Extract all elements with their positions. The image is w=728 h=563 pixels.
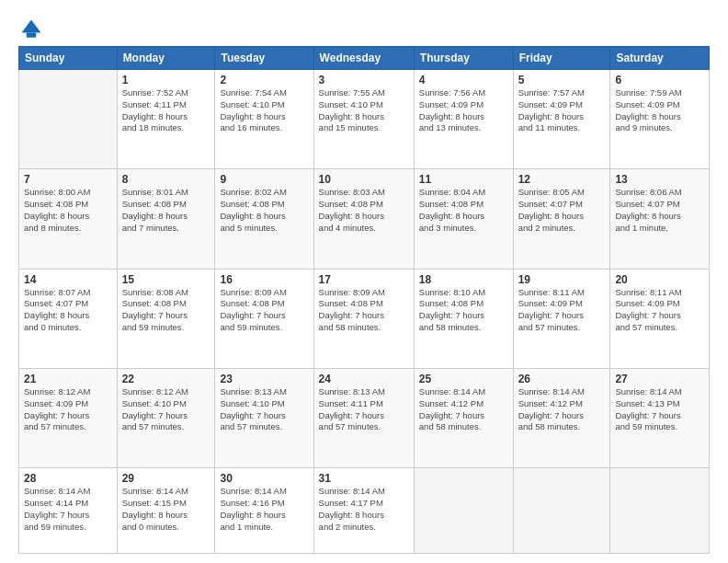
page: SundayMondayTuesdayWednesdayThursdayFrid… [0,0,728,563]
day-info: Sunrise: 8:14 AMSunset: 4:12 PMDaylight:… [419,386,508,433]
calendar-cell: 26Sunrise: 8:14 AMSunset: 4:12 PMDayligh… [513,368,610,467]
logo [18,17,48,42]
day-info: Sunrise: 7:56 AMSunset: 4:09 PMDaylight:… [419,87,508,134]
calendar-cell: 23Sunrise: 8:13 AMSunset: 4:10 PMDayligh… [215,368,313,467]
svg-rect-1 [27,33,37,38]
calendar-cell [414,468,513,554]
calendar-cell [19,70,118,169]
day-number: 23 [220,373,308,385]
day-info: Sunrise: 8:13 AMSunset: 4:11 PMDaylight:… [319,386,409,433]
week-row-3: 14Sunrise: 8:07 AMSunset: 4:07 PMDayligh… [19,269,710,368]
day-info: Sunrise: 8:05 AMSunset: 4:07 PMDaylight:… [518,187,606,234]
calendar-cell: 22Sunrise: 8:12 AMSunset: 4:10 PMDayligh… [117,368,215,467]
header [18,17,710,42]
day-info: Sunrise: 7:57 AMSunset: 4:09 PMDaylight:… [518,87,606,134]
svg-marker-0 [22,20,41,33]
week-row-4: 21Sunrise: 8:12 AMSunset: 4:09 PMDayligh… [19,368,710,467]
calendar-cell: 2Sunrise: 7:54 AMSunset: 4:10 PMDaylight… [215,70,313,169]
calendar-cell: 5Sunrise: 7:57 AMSunset: 4:09 PMDaylight… [513,70,610,169]
day-info: Sunrise: 8:08 AMSunset: 4:08 PMDaylight:… [122,287,210,334]
day-number: 20 [615,273,704,286]
day-info: Sunrise: 8:00 AMSunset: 4:08 PMDaylight:… [24,187,112,234]
day-number: 8 [122,173,210,186]
calendar-cell: 11Sunrise: 8:04 AMSunset: 4:08 PMDayligh… [414,169,513,269]
day-number: 11 [419,173,508,186]
logo-icon [18,17,44,42]
week-row-2: 7Sunrise: 8:00 AMSunset: 4:08 PMDaylight… [19,169,710,269]
day-info: Sunrise: 8:14 AMSunset: 4:15 PMDaylight:… [122,486,210,533]
day-number: 4 [419,74,508,86]
calendar-cell: 6Sunrise: 7:59 AMSunset: 4:09 PMDaylight… [610,70,710,169]
day-info: Sunrise: 8:10 AMSunset: 4:08 PMDaylight:… [419,287,508,334]
calendar-cell: 4Sunrise: 7:56 AMSunset: 4:09 PMDaylight… [414,70,513,169]
day-info: Sunrise: 8:11 AMSunset: 4:09 PMDaylight:… [518,287,606,334]
day-info: Sunrise: 8:14 AMSunset: 4:12 PMDaylight:… [518,386,606,433]
calendar-cell: 15Sunrise: 8:08 AMSunset: 4:08 PMDayligh… [117,269,215,368]
day-info: Sunrise: 8:14 AMSunset: 4:17 PMDaylight:… [319,486,409,533]
day-info: Sunrise: 8:01 AMSunset: 4:08 PMDaylight:… [122,187,210,234]
day-info: Sunrise: 7:55 AMSunset: 4:10 PMDaylight:… [319,87,409,134]
day-number: 7 [24,173,112,186]
day-info: Sunrise: 8:09 AMSunset: 4:08 PMDaylight:… [319,287,409,334]
weekday-header-saturday: Saturday [610,47,710,70]
day-info: Sunrise: 7:59 AMSunset: 4:09 PMDaylight:… [615,87,704,134]
day-info: Sunrise: 8:12 AMSunset: 4:10 PMDaylight:… [122,386,210,433]
day-info: Sunrise: 8:04 AMSunset: 4:08 PMDaylight:… [419,187,508,234]
day-number: 13 [615,173,704,186]
weekday-header-thursday: Thursday [414,47,513,70]
day-info: Sunrise: 7:54 AMSunset: 4:10 PMDaylight:… [220,87,308,134]
day-number: 21 [24,373,112,385]
calendar-cell: 30Sunrise: 8:14 AMSunset: 4:16 PMDayligh… [215,468,313,554]
calendar-table: SundayMondayTuesdayWednesdayThursdayFrid… [18,46,710,554]
calendar-cell: 12Sunrise: 8:05 AMSunset: 4:07 PMDayligh… [513,169,610,269]
calendar-cell: 27Sunrise: 8:14 AMSunset: 4:13 PMDayligh… [610,368,710,467]
day-number: 29 [122,472,210,485]
calendar-cell: 28Sunrise: 8:14 AMSunset: 4:14 PMDayligh… [19,468,118,554]
day-number: 17 [319,273,409,286]
weekday-header-friday: Friday [513,47,610,70]
calendar-cell [610,468,710,554]
day-number: 6 [615,74,704,86]
day-number: 16 [220,273,308,286]
week-row-1: 1Sunrise: 7:52 AMSunset: 4:11 PMDaylight… [19,70,710,169]
calendar-cell: 9Sunrise: 8:02 AMSunset: 4:08 PMDaylight… [215,169,313,269]
calendar-cell: 21Sunrise: 8:12 AMSunset: 4:09 PMDayligh… [19,368,118,467]
day-number: 5 [518,74,606,86]
day-number: 10 [319,173,409,186]
day-info: Sunrise: 8:14 AMSunset: 4:14 PMDaylight:… [24,486,112,533]
day-number: 14 [24,273,112,286]
day-number: 24 [319,373,409,385]
calendar-cell: 25Sunrise: 8:14 AMSunset: 4:12 PMDayligh… [414,368,513,467]
weekday-header-tuesday: Tuesday [215,47,313,70]
calendar-cell: 14Sunrise: 8:07 AMSunset: 4:07 PMDayligh… [19,269,118,368]
calendar-cell: 29Sunrise: 8:14 AMSunset: 4:15 PMDayligh… [117,468,215,554]
day-info: Sunrise: 7:52 AMSunset: 4:11 PMDaylight:… [122,87,210,134]
day-number: 22 [122,373,210,385]
day-number: 1 [122,74,210,86]
day-info: Sunrise: 8:07 AMSunset: 4:07 PMDaylight:… [24,287,112,334]
calendar-cell: 7Sunrise: 8:00 AMSunset: 4:08 PMDaylight… [19,169,118,269]
day-info: Sunrise: 8:14 AMSunset: 4:13 PMDaylight:… [615,386,704,433]
day-number: 26 [518,373,606,385]
day-info: Sunrise: 8:03 AMSunset: 4:08 PMDaylight:… [319,187,409,234]
calendar-cell: 10Sunrise: 8:03 AMSunset: 4:08 PMDayligh… [313,169,414,269]
day-number: 31 [319,472,409,485]
calendar-cell: 8Sunrise: 8:01 AMSunset: 4:08 PMDaylight… [117,169,215,269]
calendar-cell [513,468,610,554]
calendar-cell: 18Sunrise: 8:10 AMSunset: 4:08 PMDayligh… [414,269,513,368]
calendar-cell: 3Sunrise: 7:55 AMSunset: 4:10 PMDaylight… [313,70,414,169]
day-info: Sunrise: 8:11 AMSunset: 4:09 PMDaylight:… [615,287,704,334]
calendar-cell: 16Sunrise: 8:09 AMSunset: 4:08 PMDayligh… [215,269,313,368]
weekday-header-row: SundayMondayTuesdayWednesdayThursdayFrid… [19,47,710,70]
calendar-cell: 1Sunrise: 7:52 AMSunset: 4:11 PMDaylight… [117,70,215,169]
day-info: Sunrise: 8:09 AMSunset: 4:08 PMDaylight:… [220,287,308,334]
calendar-cell: 20Sunrise: 8:11 AMSunset: 4:09 PMDayligh… [610,269,710,368]
day-info: Sunrise: 8:06 AMSunset: 4:07 PMDaylight:… [615,187,704,234]
calendar-cell: 13Sunrise: 8:06 AMSunset: 4:07 PMDayligh… [610,169,710,269]
day-info: Sunrise: 8:02 AMSunset: 4:08 PMDaylight:… [220,187,308,234]
day-number: 2 [220,74,308,86]
day-info: Sunrise: 8:14 AMSunset: 4:16 PMDaylight:… [220,486,308,533]
day-number: 3 [319,74,409,86]
calendar-cell: 17Sunrise: 8:09 AMSunset: 4:08 PMDayligh… [313,269,414,368]
calendar-cell: 31Sunrise: 8:14 AMSunset: 4:17 PMDayligh… [313,468,414,554]
